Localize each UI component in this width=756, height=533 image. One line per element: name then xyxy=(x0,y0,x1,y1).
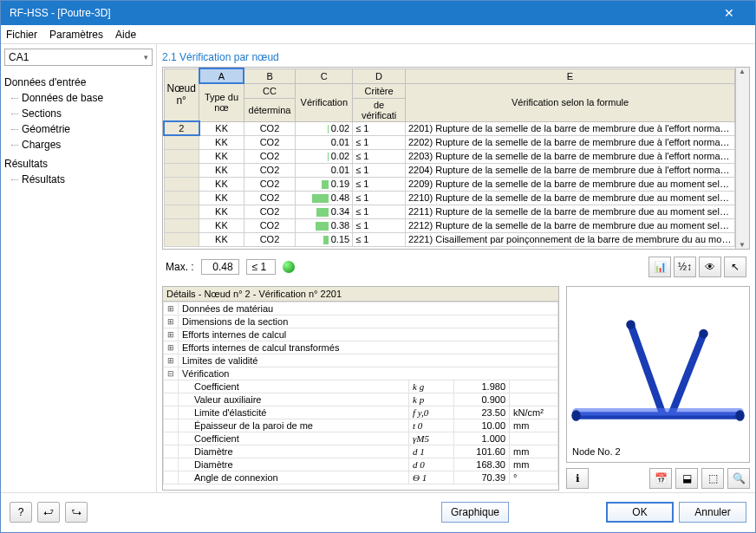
expander-icon[interactable]: ⊞ xyxy=(164,341,179,354)
table-row[interactable]: KKCO20.01≤ 12202) Rupture de la semelle … xyxy=(164,135,735,149)
col-letter-d[interactable]: D xyxy=(353,68,406,83)
details-param: CoefficientγM51.000 xyxy=(164,432,558,445)
details-group[interactable]: ⊞Efforts internes de calcul xyxy=(164,328,558,341)
row-header[interactable] xyxy=(164,135,199,149)
details-group[interactable]: ⊞Limites de validité xyxy=(164,354,558,367)
chevron-down-icon: ▾ xyxy=(144,53,152,62)
tree-item[interactable]: Résultats xyxy=(15,172,153,187)
navigator-pane: CA1 ▾ Données d'entrée Données de base S… xyxy=(1,44,157,492)
row-header[interactable] xyxy=(164,232,199,246)
next-icon[interactable]: ⮑ xyxy=(65,502,88,523)
pointer-icon[interactable]: ↖ xyxy=(724,257,746,277)
details-group[interactable]: ⊞Données de matériau xyxy=(164,302,558,315)
filter-icon[interactable]: 📊 xyxy=(648,257,671,277)
view1-icon[interactable]: 📅 xyxy=(649,468,672,489)
details-param: Angle de connexionΘ 170.39° xyxy=(164,471,558,484)
cell-cc: CO2 xyxy=(244,205,296,218)
param-unit xyxy=(510,393,558,406)
details-group[interactable]: ⊞Efforts internes de calcul transformés xyxy=(164,341,558,354)
help-icon[interactable]: ? xyxy=(10,502,32,523)
tree-item[interactable]: Données de base xyxy=(15,90,153,106)
row-header[interactable] xyxy=(164,191,199,205)
cell-desc: 2221) Cisaillement par poinçonnement de … xyxy=(406,232,735,246)
details-group[interactable]: ⊟Vérification xyxy=(164,367,558,380)
table-row[interactable]: KKCO20.02≤ 12203) Rupture de la semelle … xyxy=(164,149,735,163)
menu-fichier[interactable]: Fichier xyxy=(6,29,37,41)
cell-cc: CO2 xyxy=(244,149,296,163)
expander-icon[interactable]: ⊞ xyxy=(164,354,179,367)
expander-icon[interactable]: ⊞ xyxy=(164,302,179,315)
cell-verif: 0.01 xyxy=(296,135,353,149)
param-label: Limite d'élasticité xyxy=(179,406,409,419)
table-row[interactable]: KKCO20.38≤ 12212) Rupture de la semelle … xyxy=(164,218,735,232)
scrollbar-vertical[interactable] xyxy=(735,68,749,249)
sort-icon[interactable]: ½↕ xyxy=(674,257,696,277)
preview-3d[interactable]: Node No. 2 xyxy=(566,286,750,464)
table-row[interactable]: KKCO20.15≤ 12221) Cisaillement par poinç… xyxy=(164,232,735,246)
cell-crit: ≤ 1 xyxy=(353,121,406,135)
table-row[interactable]: KKCO20.48≤ 12210) Rupture de la semelle … xyxy=(164,191,735,205)
tree-item[interactable]: Charges xyxy=(15,137,153,153)
col-letter-c[interactable]: C xyxy=(296,68,353,83)
close-icon[interactable]: ✕ xyxy=(712,6,746,20)
tree-item[interactable]: Géométrie xyxy=(15,121,153,137)
expander-icon[interactable]: ⊞ xyxy=(164,315,179,328)
svg-line-1 xyxy=(631,324,663,413)
menu-parametres[interactable]: Paramètres xyxy=(49,29,103,41)
details-pane[interactable]: Détails - Nœud n° 2 - Vérification n° 22… xyxy=(162,286,559,491)
prev-icon[interactable]: ⮐ xyxy=(37,502,60,523)
param-value: 23.50 xyxy=(454,406,510,419)
tree-item[interactable]: Sections xyxy=(15,106,153,121)
info-icon[interactable]: ℹ xyxy=(566,468,589,489)
tree-root-input[interactable]: Données d'entrée xyxy=(4,75,86,90)
cell-type: KK xyxy=(199,232,244,246)
max-row: Max. : 0.48 ≤ 1 📊 ½↕ 👁 ↖ xyxy=(162,255,750,279)
cell-verif: 0.38 xyxy=(296,218,353,232)
col-b1: CC xyxy=(244,83,296,98)
row-header[interactable] xyxy=(164,205,199,218)
cell-desc: 2201) Rupture de la semelle de la barre … xyxy=(406,121,735,135)
svg-point-6 xyxy=(699,328,708,338)
row-header[interactable] xyxy=(164,218,199,232)
param-symbol: k p xyxy=(409,393,454,406)
cell-desc: 2212) Rupture de la semelle de la barre … xyxy=(406,218,735,232)
row-header[interactable]: 2 xyxy=(164,121,199,135)
loadcase-combo[interactable]: CA1 ▾ xyxy=(4,49,153,66)
col-letter-e[interactable]: E xyxy=(406,68,735,83)
ok-button[interactable]: OK xyxy=(606,502,674,523)
expander-icon[interactable]: ⊟ xyxy=(164,367,179,380)
table-row[interactable]: KKCO20.01≤ 12204) Rupture de la semelle … xyxy=(164,163,735,177)
max-label: Max. : xyxy=(166,261,194,273)
cell-verif: 0.19 xyxy=(296,177,353,191)
row-header[interactable] xyxy=(164,149,199,163)
expander-icon[interactable]: ⊞ xyxy=(164,328,179,341)
cancel-button[interactable]: Annuler xyxy=(679,502,746,523)
tree-root-results[interactable]: Résultats xyxy=(4,156,48,172)
param-symbol: f y,0 xyxy=(409,406,454,419)
param-unit: mm xyxy=(510,419,558,432)
titlebar: RF-HSS - [Poutre-3D] ✕ xyxy=(1,1,755,25)
col-letter-b[interactable]: B xyxy=(244,68,296,83)
col-d2: de vérificati xyxy=(353,98,406,121)
results-grid[interactable]: Nœudn° A B C D E Type du nœ CC Vérificat… xyxy=(162,67,750,250)
eye-icon[interactable]: 👁 xyxy=(699,257,721,277)
col-letter-a[interactable]: A xyxy=(199,68,244,83)
graph-button[interactable]: Graphique xyxy=(441,502,509,523)
table-row[interactable]: KKCO20.34≤ 12211) Rupture de la semelle … xyxy=(164,205,735,218)
group-label: Efforts internes de calcul xyxy=(179,328,558,341)
group-label: Limites de validité xyxy=(179,354,558,367)
table-row[interactable]: 2KKCO20.02≤ 12201) Rupture de la semelle… xyxy=(164,121,735,135)
view-cube-icon[interactable]: ⬚ xyxy=(701,468,724,489)
param-unit xyxy=(510,432,558,445)
details-group[interactable]: ⊞Dimensions de la section xyxy=(164,315,558,328)
col-e: Vérification selon la formule xyxy=(406,83,735,121)
param-symbol: Θ 1 xyxy=(409,471,454,484)
details-param: Diamètred 0168.30mm xyxy=(164,458,558,471)
view-search-icon[interactable]: 🔍 xyxy=(727,468,750,489)
row-header[interactable] xyxy=(164,163,199,177)
navigator-tree[interactable]: Données d'entrée Données de base Section… xyxy=(4,71,153,187)
row-header[interactable] xyxy=(164,177,199,191)
table-row[interactable]: KKCO20.19≤ 12209) Rupture de la semelle … xyxy=(164,177,735,191)
view-z-icon[interactable]: ⬓ xyxy=(675,468,698,489)
menu-aide[interactable]: Aide xyxy=(115,29,136,41)
